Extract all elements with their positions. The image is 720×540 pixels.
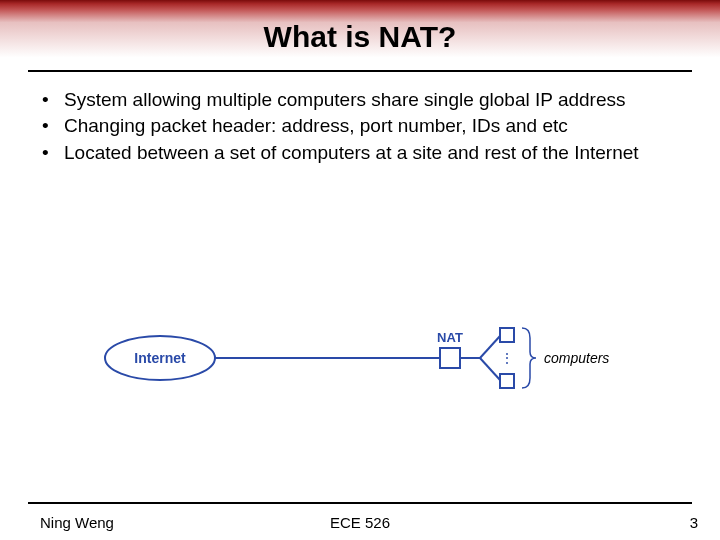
svg-line-2 (480, 358, 500, 380)
computer-box (500, 328, 514, 342)
list-item: Changing packet header: address, port nu… (40, 114, 684, 138)
list-item: System allowing multiple computers share… (40, 88, 684, 112)
internet-label: Internet (134, 350, 186, 366)
title-divider (28, 70, 692, 72)
nat-box (440, 348, 460, 368)
content-area: System allowing multiple computers share… (40, 88, 684, 167)
nat-diagram: Internet NAT ⋮ computers (100, 318, 620, 398)
list-item: Located between a set of computers at a … (40, 141, 684, 165)
bracket (522, 328, 536, 388)
footer-divider (28, 502, 692, 504)
computer-box (500, 374, 514, 388)
svg-line-1 (480, 336, 500, 358)
footer-page: 3 (690, 514, 698, 531)
page-title: What is NAT? (0, 20, 720, 54)
dots: ⋮ (500, 350, 514, 366)
footer-course: ECE 526 (0, 514, 720, 531)
nat-label: NAT (437, 330, 463, 345)
computers-label: computers (544, 350, 609, 366)
bullet-list: System allowing multiple computers share… (40, 88, 684, 165)
